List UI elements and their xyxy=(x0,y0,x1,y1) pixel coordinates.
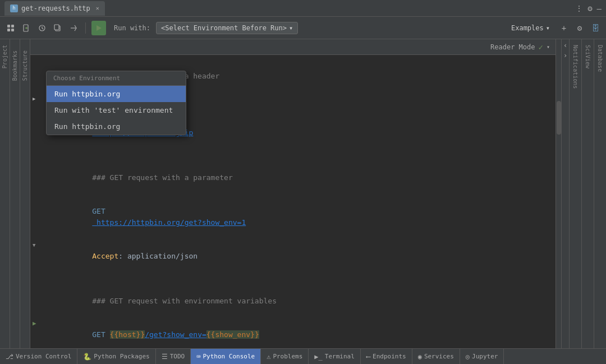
code-line: ▶ GET {{host}}/get?show_env={{show_env}} xyxy=(30,318,556,348)
run-button[interactable] xyxy=(91,21,106,35)
line-content xyxy=(46,273,551,284)
jupyter-icon: ◎ xyxy=(466,353,470,361)
services-item[interactable]: ◉ Services xyxy=(412,349,460,364)
copy-icon[interactable] xyxy=(52,22,64,34)
svg-rect-9 xyxy=(54,25,59,30)
run-with-label: Run with: xyxy=(114,24,150,32)
gear-icon[interactable]: ⚙ xyxy=(573,22,586,34)
line-gutter: ▶ xyxy=(30,284,46,296)
comment-text: ### GET request with a parameter xyxy=(92,173,232,182)
problem-icon: ⚠ xyxy=(267,353,270,361)
line-content: ### GET request with a parameter xyxy=(46,161,551,195)
tab-close-button[interactable]: ✕ xyxy=(96,5,99,11)
comment-text: ### GET request with environment variabl… xyxy=(92,297,277,305)
code-line xyxy=(30,273,556,284)
svg-rect-2 xyxy=(7,29,10,31)
console-icon: ⌨ xyxy=(196,353,200,361)
http-file-icon: h xyxy=(10,4,18,12)
project-sidebar[interactable]: Project xyxy=(0,39,10,348)
reader-mode-bar: Reader Mode ✓ ▾ xyxy=(30,39,556,55)
run-arrow[interactable]: ▶ xyxy=(33,93,40,104)
version-control-item[interactable]: ⎇ Version Control xyxy=(0,349,77,364)
scview-sidebar[interactable]: SciView xyxy=(581,39,594,348)
bookmarks-sidebar[interactable]: Bookmarks xyxy=(10,39,20,348)
separator xyxy=(85,22,86,34)
project-icon[interactable] xyxy=(4,22,17,34)
url-text: /get?show_env= xyxy=(145,330,206,339)
terminal-label: Terminal xyxy=(325,353,355,360)
project-label: Project xyxy=(2,45,8,68)
share-icon[interactable] xyxy=(67,22,80,34)
svg-rect-0 xyxy=(7,25,10,27)
right-panels: ‹ › Notifications SciView Database xyxy=(556,39,606,348)
code-line: ▼ Accept: application/json xyxy=(30,239,556,273)
environment-dropdown: Choose Environment Run httpbin.org Run w… xyxy=(46,71,186,135)
python-console-label: Python Console xyxy=(203,353,255,360)
header-key-text: Accept xyxy=(92,252,118,260)
window-controls: ⋮ ⚙ — xyxy=(575,4,602,13)
code-editor[interactable]: Choose Environment Run httpbin.org Run w… xyxy=(30,55,556,348)
problems-label: Problems xyxy=(273,353,302,360)
endpoints-label: Endpoints xyxy=(373,353,406,360)
service-icon: ◉ xyxy=(418,353,422,361)
code-line: ▶ ### GET request with environment varia… xyxy=(30,284,556,318)
file-tab[interactable]: h get-requests.http ✕ xyxy=(4,1,105,16)
python-console-item[interactable]: ⌨ Python Console xyxy=(191,349,261,364)
dropdown-header: Choose Environment xyxy=(47,71,186,86)
code-line xyxy=(30,150,556,161)
dropdown-item-1[interactable]: Run with 'test' environment xyxy=(47,102,186,118)
expand-icon[interactable]: › xyxy=(563,52,567,59)
collapse-icon[interactable]: ‹ xyxy=(563,42,567,49)
database-sidebar[interactable]: Database xyxy=(594,39,606,348)
python-packages-item[interactable]: 🐍 Python Packages xyxy=(77,349,155,364)
run-arrow-active[interactable]: ▶ xyxy=(33,318,40,329)
examples-chevron-icon: ▾ xyxy=(546,24,550,32)
line-content: Accept: application/json xyxy=(46,239,551,273)
examples-label: Examples xyxy=(511,24,544,32)
endpoints-item[interactable]: ⟵ Endpoints xyxy=(361,349,412,364)
template-var-text: {{show_env}} xyxy=(206,330,259,339)
git-icon: ⎇ xyxy=(6,353,13,361)
services-label: Services xyxy=(424,353,454,360)
jupyter-item[interactable]: ◎ Jupyter xyxy=(460,349,504,364)
scrollbar-thumb[interactable] xyxy=(557,101,561,135)
history-icon[interactable] xyxy=(36,22,48,34)
left-panels: Project Bookmarks Structure xyxy=(0,39,30,348)
env-selector[interactable]: <Select Environment Before Run> ▾ xyxy=(156,22,298,34)
add-file-icon[interactable] xyxy=(20,22,33,34)
env-chevron-icon: ▾ xyxy=(289,24,293,32)
database-label: Database xyxy=(597,45,603,72)
url-text: https://httpbin.org/get?show_env=1 xyxy=(92,218,246,227)
env-selector-label: <Select Environment Before Run> xyxy=(161,24,287,32)
scrollbar-area[interactable] xyxy=(556,39,561,348)
database-top-icon[interactable]: 🗄 xyxy=(589,22,602,34)
tab-label: get-requests.http xyxy=(21,4,90,12)
examples-button[interactable]: Examples ▾ xyxy=(511,24,550,32)
terminal-item[interactable]: ▶_ Terminal xyxy=(309,349,360,364)
notifications-label: Notifications xyxy=(572,45,579,89)
collapse-marker[interactable]: ▼ xyxy=(33,239,35,251)
endpoint-icon: ⟵ xyxy=(366,353,370,361)
line-content xyxy=(46,150,551,161)
line-gutter: ▶ xyxy=(30,195,46,206)
settings-icon[interactable]: ⚙ xyxy=(587,4,592,13)
template-var-text: {{host}} xyxy=(110,330,145,339)
code-line: ▶ GET https://httpbin.org/get?show_env=1 xyxy=(30,195,556,239)
problems-item[interactable]: ⚠ Problems xyxy=(261,349,309,364)
reader-mode-chevron-icon[interactable]: ▾ xyxy=(547,44,550,50)
notifications-sidebar[interactable]: Notifications xyxy=(569,39,581,348)
add-icon[interactable]: + xyxy=(558,22,570,34)
svg-marker-11 xyxy=(97,25,102,31)
dropdown-item-2[interactable]: Run httpbin.org xyxy=(47,118,186,135)
todo-item[interactable]: ☰ TODO xyxy=(156,349,191,364)
toolbar: Run with: <Select Environment Before Run… xyxy=(0,17,606,39)
minimize-icon[interactable]: — xyxy=(597,4,602,13)
dropdown-item-0[interactable]: Run httpbin.org xyxy=(47,86,186,102)
more-options-icon[interactable]: ⋮ xyxy=(575,4,583,13)
header-val-text: application/json xyxy=(127,252,198,260)
line-gutter: ▼ xyxy=(30,239,46,251)
line-gutter: ▶ xyxy=(30,161,46,172)
structure-sidebar[interactable]: Structure xyxy=(20,39,30,348)
line-gutter: ▶ xyxy=(30,318,46,329)
line-gutter: ▶ xyxy=(30,59,46,71)
